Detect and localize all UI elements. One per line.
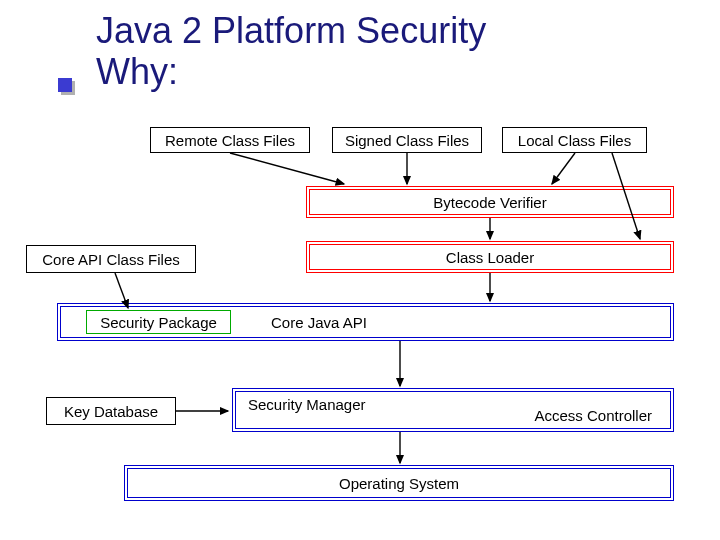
title-bullet — [58, 78, 78, 98]
label-access-controller: Access Controller — [534, 407, 652, 424]
title-line1: Java 2 Platform Security — [96, 10, 486, 51]
box-class-loader: Class Loader — [306, 241, 674, 273]
slide-title: Java 2 Platform Security Why: — [96, 10, 486, 93]
box-signed-class-files: Signed Class Files — [332, 127, 482, 153]
label-security-manager: Security Manager — [248, 396, 366, 413]
box-local-class-files: Local Class Files — [502, 127, 647, 153]
box-remote-class-files: Remote Class Files — [150, 127, 310, 153]
box-bytecode-verifier: Bytecode Verifier — [306, 186, 674, 218]
box-security-bar: Security Manager Access Controller — [232, 388, 674, 432]
box-operating-system: Operating System — [124, 465, 674, 501]
box-security-package: Security Package — [86, 310, 231, 334]
svg-line-0 — [230, 153, 344, 184]
box-core-api-class-files: Core API Class Files — [26, 245, 196, 273]
svg-line-2 — [552, 153, 575, 184]
box-key-database: Key Database — [46, 397, 176, 425]
title-line2: Why: — [96, 51, 486, 92]
